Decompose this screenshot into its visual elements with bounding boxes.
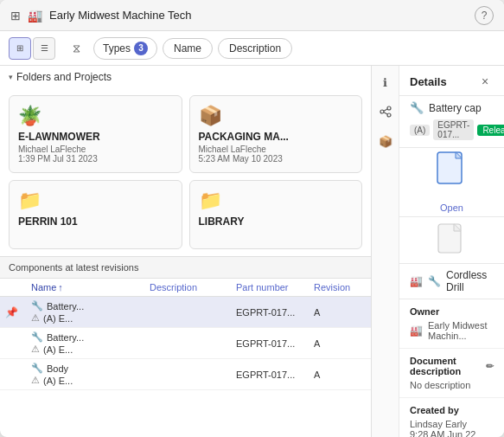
revision-badge: (A) <box>410 125 430 136</box>
sub-item-label: Cordless Drill <box>446 269 494 293</box>
info-icon[interactable]: ℹ <box>374 71 397 93</box>
row-name-secondary: ⚠ (A) E... <box>31 375 150 386</box>
main-area: ▾ Folders and Projects 🪴 E-LAWNMOWER Mic… <box>0 66 504 437</box>
card-title: LIBRARY <box>199 215 354 228</box>
edit-icon[interactable]: ✏ <box>486 361 494 372</box>
card-title: PERRIN 101 <box>18 215 173 228</box>
box-icon[interactable]: 📦 <box>374 130 397 152</box>
row-name-primary: 🔧 Battery... <box>31 331 150 343</box>
doc-description-value: No description <box>410 380 494 390</box>
row-revision: A <box>314 307 366 318</box>
types-count-badge: 3 <box>134 42 148 55</box>
left-panel: ▾ Folders and Projects 🪴 E-LAWNMOWER Mic… <box>0 66 372 437</box>
list-view-button[interactable]: ☰ <box>33 37 55 60</box>
grid-view-button[interactable]: ⊞ <box>9 37 31 60</box>
components-table-body: 📌 🔧 Battery... ⚠ (A) E... <box>0 297 371 437</box>
types-label: Types <box>103 42 131 55</box>
svg-line-3 <box>384 109 387 111</box>
side-icon-bar: ℹ 📦 <box>372 66 399 437</box>
item-icon: 🔧 <box>410 101 424 114</box>
pin-icon: 📌 <box>5 306 31 318</box>
col-revision-header[interactable]: Revision <box>314 282 366 292</box>
types-filter-button[interactable]: Types 3 <box>93 37 157 60</box>
row-revision: A <box>314 370 366 380</box>
doc-description-title: Document description ✏ <box>410 356 494 376</box>
card-date: 1:39 PM Jul 31 2023 <box>18 154 173 164</box>
created-by-value: Lindsay Early <box>410 419 494 429</box>
row-name-primary: 🔧 Body <box>31 363 150 374</box>
row-name-secondary: ⚠ (A) E... <box>31 312 150 324</box>
row-name-cell: 🔧 Battery... ⚠ (A) E... <box>31 331 150 355</box>
revision-icon: ⚠ <box>31 312 40 324</box>
list-item[interactable]: 📁 LIBRARY <box>189 180 363 249</box>
folders-section-header[interactable]: ▾ Folders and Projects <box>0 66 371 88</box>
help-button[interactable]: ? <box>475 6 494 25</box>
chevron-down-icon: ▾ <box>9 73 13 81</box>
component-icon: 🔧 <box>31 363 43 374</box>
folders-section-label: Folders and Projects <box>16 71 112 83</box>
component-icon: 🔧 <box>31 300 43 312</box>
open-button[interactable]: Open <box>440 202 463 213</box>
file-preview-icon <box>435 151 469 197</box>
name-filter-button[interactable]: Name <box>163 38 213 59</box>
details-item-name-row: 🔧 Battery cap <box>399 96 504 119</box>
table-row[interactable]: 🔧 Body ⚠ (A) E... EGPRT-017... A <box>0 359 371 390</box>
row-name-cell: 🔧 Body ⚠ (A) E... <box>31 363 150 386</box>
table-row[interactable]: 📌 🔧 Battery... ⚠ (A) E... <box>0 297 371 328</box>
revision-icon: ⚠ <box>31 375 40 386</box>
item-badges-row: (A) EGPRT-017... Released <box>399 119 504 148</box>
col-part-number-header[interactable]: Part number <box>236 282 314 292</box>
status-badge: Released <box>477 125 504 136</box>
close-button[interactable]: × <box>476 73 494 90</box>
owner-icon: 🏭 <box>410 325 423 337</box>
details-header: Details × <box>399 66 504 96</box>
details-title: Details <box>410 75 447 88</box>
sidebar-toggle-icon[interactable]: ⊞ <box>10 9 21 22</box>
svg-line-4 <box>384 112 387 114</box>
title-bar: ⊞ 🏭 Early Midwest Machine Tech ? <box>0 0 504 31</box>
table-row[interactable]: 🔧 Battery... ⚠ (A) E... EGPRT-017... A <box>0 328 371 359</box>
owner-title: Owner <box>410 306 494 317</box>
card-title: E-LAWNMOWER <box>18 131 173 143</box>
row-part-number: EGPRT-017... <box>236 338 314 349</box>
row-name-cell: 🔧 Battery... ⚠ (A) E... <box>31 300 150 324</box>
share-icon[interactable] <box>374 100 397 123</box>
list-item[interactable]: 🪴 E-LAWNMOWER Michael LaFleche 1:39 PM J… <box>9 95 182 173</box>
components-header: Components at latest revisions <box>0 256 371 279</box>
details-panel: Details × 🔧 Battery cap (A) EGPRT-017...… <box>399 66 504 437</box>
filter-button[interactable]: ⧖ <box>64 36 88 61</box>
view-toggle-group: ⊞ ☰ <box>9 37 55 60</box>
created-by-date: 9:28 AM Jun 22 2022 <box>410 429 494 437</box>
table-header: Name ↑ Description Part number Revision <box>0 279 371 297</box>
sub-item-row: 🏭 🔧 Cordless Drill <box>399 264 504 299</box>
row-part-number: EGPRT-017... <box>236 307 314 318</box>
svg-point-1 <box>380 110 384 113</box>
list-item[interactable]: 📁 PERRIN 101 <box>9 180 182 249</box>
component-icon: 🔧 <box>31 331 43 343</box>
row-name-secondary: ⚠ (A) E... <box>31 344 150 355</box>
row-name-primary: 🔧 Battery... <box>31 300 150 312</box>
owner-value-row: 🏭 Early Midwest Machin... <box>410 320 494 341</box>
details-open-area: Open <box>399 148 504 217</box>
list-item[interactable]: 📦 PACKAGING MA... Michael LaFleche 5:23 … <box>189 95 363 173</box>
wrench-icon: 🔧 <box>428 275 441 287</box>
sub-item-icon: 🏭 <box>410 275 423 287</box>
doc-description-section: Document description ✏ No description <box>399 349 504 398</box>
col-name-header[interactable]: Name ↑ <box>31 282 150 292</box>
card-icon: 🪴 <box>18 105 173 127</box>
description-filter-button[interactable]: Description <box>218 38 292 59</box>
card-subtitle: Michael LaFleche <box>199 145 354 154</box>
svg-point-2 <box>387 113 391 117</box>
card-icon: 📁 <box>18 190 173 212</box>
card-title: PACKAGING MA... <box>199 131 354 143</box>
revision-icon: ⚠ <box>31 344 40 355</box>
col-description-header[interactable]: Description <box>150 282 236 292</box>
app-icon: 🏭 <box>28 9 42 22</box>
card-subtitle: Michael LaFleche <box>18 145 173 154</box>
folders-grid: 🪴 E-LAWNMOWER Michael LaFleche 1:39 PM J… <box>0 88 371 256</box>
row-part-number: EGPRT-017... <box>236 370 314 380</box>
sort-icon: ↑ <box>58 282 63 292</box>
id-badge: EGPRT-017... <box>433 119 474 140</box>
app-title: Early Midwest Machine Tech <box>49 9 468 22</box>
card-date: 5:23 AM May 10 2023 <box>199 154 354 164</box>
